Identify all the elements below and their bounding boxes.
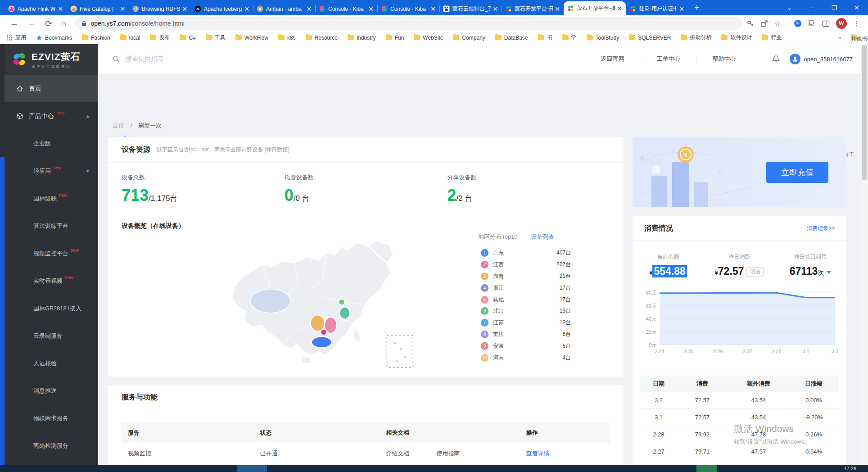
bookmarks-overflow-chevron[interactable]: »: [838, 35, 841, 41]
breadcrumb-home[interactable]: 首页: [113, 122, 124, 129]
menu-dots-icon[interactable]: ⋮: [853, 19, 860, 27]
bookmark-item[interactable]: local: [120, 35, 140, 41]
tab-device-list[interactable]: 设备列表: [531, 233, 554, 240]
sidebar-subitem-物联网卡服务[interactable]: 物联网卡服务: [5, 404, 98, 432]
sidebar-subitem-人证核验[interactable]: 人证核验: [5, 349, 98, 377]
back-icon[interactable]: ←: [5, 18, 23, 28]
user-avatar-icon[interactable]: [790, 54, 800, 64]
bookmark-item[interactable]: 书: [538, 34, 552, 41]
bookmark-item[interactable]: Company: [453, 35, 485, 41]
sidebar-subitem-轻应用[interactable]: 轻应用new▼: [5, 157, 98, 185]
sidebar-subitem-离岗检测服务[interactable]: 离岗检测服务: [5, 432, 98, 459]
home-icon[interactable]: ⌂: [57, 18, 71, 28]
browser-tab[interactable]: Hive Catalog |✕: [67, 2, 129, 15]
header-link-ticket-center[interactable]: 工单中心: [641, 55, 696, 63]
side-panel-icon[interactable]: [822, 20, 830, 27]
tab-close-icon[interactable]: ✕: [679, 6, 684, 12]
tab-close-icon[interactable]: ✕: [120, 6, 125, 12]
browser-tab[interactable]: Apache Flink W✕: [5, 2, 67, 15]
bookmark-item[interactable]: 发布: [150, 34, 170, 41]
bookmark-item[interactable]: Resource: [306, 35, 338, 41]
browser-tab[interactable]: NApache Iceberg✕: [191, 2, 253, 15]
scrollbar-thumb[interactable]: [862, 45, 867, 180]
bell-icon[interactable]: [772, 55, 780, 63]
sidebar-subitem-云录制服务[interactable]: 云录制服务: [5, 322, 98, 349]
sidebar-subitem-视频监控平台[interactable]: 视频监控平台new: [5, 240, 98, 267]
reload-icon[interactable]: ⟳: [41, 18, 57, 29]
sidebar-subitem-消息推送[interactable]: 消息推送: [5, 377, 98, 404]
forward-icon[interactable]: →: [23, 18, 41, 28]
sidebar-subitem-算法训练平台[interactable]: 算法训练平台: [5, 212, 98, 240]
service-doc-intro[interactable]: 介绍文档: [386, 449, 436, 458]
profile-avatar[interactable]: W: [836, 18, 847, 29]
browser-tab[interactable]: Ambari - amba✕: [253, 2, 315, 15]
bookmark-star-icon[interactable]: ☆: [774, 19, 781, 28]
detail-tag-button[interactable]: 明细: [746, 267, 764, 277]
bookmark-item[interactable]: WebSite: [414, 35, 443, 41]
bookmark-item[interactable]: C#: [180, 35, 195, 41]
minimize-button[interactable]: ─: [800, 4, 823, 11]
browser-tab[interactable]: Console - Kiba✕: [377, 2, 439, 15]
tab-close-icon[interactable]: ✕: [617, 5, 622, 12]
sidebar-subitem-实时音视频[interactable]: 实时音视频new: [5, 267, 98, 295]
share-icon[interactable]: [760, 20, 768, 27]
browser-tab[interactable]: 萤石云控制台_百✕: [439, 2, 502, 15]
bookmark-item[interactable]: 学: [562, 34, 577, 41]
bookmark-item[interactable]: 应用: [6, 34, 26, 41]
service-view-details-link[interactable]: 查看详情: [526, 449, 610, 458]
bookmark-item[interactable]: k8s: [278, 35, 296, 41]
sidebar-subitem-国标GB28181接入[interactable]: 国标GB28181接入: [5, 295, 98, 322]
address-bar[interactable]: open.ys7.com/console/home.html: [75, 17, 741, 30]
tab-search-icon[interactable]: ⌄: [778, 4, 800, 11]
browser-tab[interactable]: Console - Kiba✕: [315, 2, 377, 15]
tab-close-icon[interactable]: ✕: [430, 6, 436, 12]
sidebar-subitem-国标级联[interactable]: 国标级联new: [5, 185, 98, 212]
tab-close-icon[interactable]: ✕: [493, 6, 498, 12]
sidebar-item-product-center[interactable]: 产品中心 new ▲: [5, 102, 98, 130]
tab-close-icon[interactable]: ✕: [182, 6, 187, 12]
guide-search[interactable]: 搜索使用指南: [113, 55, 163, 63]
tab-close-icon[interactable]: ✕: [555, 6, 560, 12]
browser-tab[interactable]: 萤石开放平台-提✕: [564, 1, 626, 15]
other-bookmarks[interactable]: 其他书签: [851, 35, 860, 40]
close-button[interactable]: ✕: [845, 4, 868, 11]
extensions-puzzle-icon[interactable]: [808, 20, 816, 27]
bookmark-item[interactable]: Bookmarks: [36, 35, 72, 41]
header-link-help-center[interactable]: 帮助中心: [696, 55, 752, 63]
bookmark-item[interactable]: SQLSERVER: [629, 35, 671, 41]
browser-tab[interactable]: 登录-用户认证中✕: [626, 2, 688, 15]
new-tab-button[interactable]: +: [688, 1, 706, 14]
maximize-button[interactable]: ❐: [823, 4, 845, 11]
sidebar-subitem-企业版[interactable]: 企业版: [5, 130, 98, 157]
tab-close-icon[interactable]: ✕: [368, 6, 374, 12]
green-caret-down-icon[interactable]: [827, 271, 831, 274]
bookmark-item[interactable]: 工具: [206, 34, 226, 41]
tab-close-icon[interactable]: ✕: [306, 6, 312, 12]
tab-close-icon[interactable]: ✕: [244, 6, 249, 12]
bookmark-item[interactable]: 行业: [762, 34, 782, 41]
tab-region-top10[interactable]: 地区分布Top10: [478, 233, 517, 240]
browser-tab[interactable]: 萤石开放平台-开✕: [502, 2, 564, 15]
page-scrollbar[interactable]: [861, 44, 868, 465]
bookmark-item[interactable]: WorkFlow: [235, 35, 268, 41]
bookmark-item[interactable]: ToolStudy: [587, 35, 619, 41]
recharge-button[interactable]: 立即充值: [766, 162, 828, 183]
ezviz-logo[interactable]: EZVIZ萤石 乐享安全智能生活: [5, 44, 98, 75]
bookmark-item[interactable]: 振动分析: [681, 34, 711, 41]
bing-icon[interactable]: [794, 19, 802, 27]
bookmark-item[interactable]: Industry: [348, 35, 376, 41]
service-doc-guide[interactable]: 使用指南: [436, 449, 526, 458]
bookmark-item[interactable]: Fashion: [82, 35, 110, 41]
browser-tab[interactable]: Browsing HDFS✕: [129, 2, 191, 15]
username[interactable]: open_3581616077: [804, 56, 853, 63]
bookmark-item[interactable]: Fun: [386, 35, 404, 41]
taskbar-app-segment[interactable]: [237, 465, 267, 472]
consumption-records-link[interactable]: 消费记录>>: [807, 225, 835, 232]
bookmark-item[interactable]: 软件设计: [721, 34, 752, 41]
taskbar-app-segment-green[interactable]: [696, 465, 717, 472]
tab-close-icon[interactable]: ✕: [58, 6, 63, 12]
key-icon[interactable]: [746, 20, 754, 27]
header-link-official-site[interactable]: 返回官网: [585, 55, 641, 63]
bookmark-item[interactable]: DataBase: [495, 35, 528, 41]
sidebar-item-home[interactable]: 首页: [5, 75, 98, 102]
